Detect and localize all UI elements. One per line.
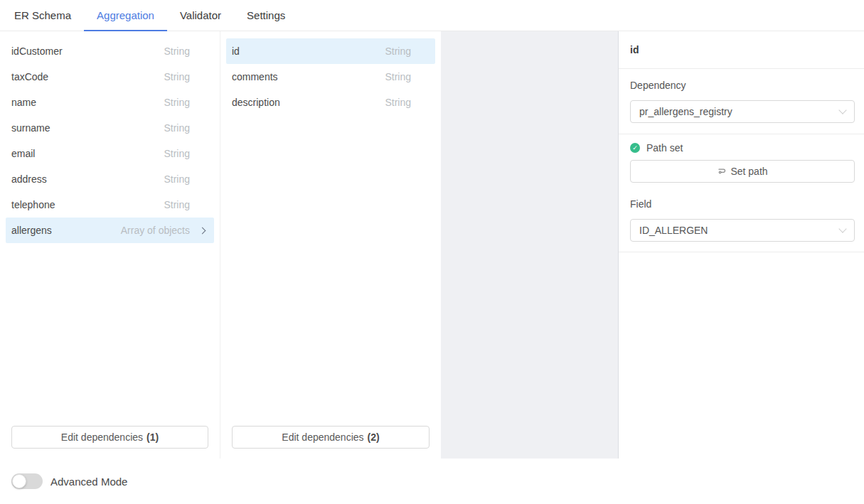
dependency-select[interactable]: pr_allergens_registry: [630, 100, 855, 123]
dependency-section: Dependency pr_allergens_registry: [619, 69, 864, 134]
toggle-knob: [12, 474, 26, 488]
tab-settings[interactable]: Settings: [234, 0, 298, 31]
chevron-slot: [190, 177, 214, 182]
field-meta: String: [385, 45, 435, 57]
nested-fields-panel: id String comments String description St…: [220, 31, 441, 459]
field-row[interactable]: name String: [6, 90, 214, 115]
edit-dependencies-1-button[interactable]: Edit dependencies (1): [11, 426, 208, 449]
field-select-value: ID_ALLERGEN: [639, 225, 708, 236]
field-name: allergens: [11, 225, 52, 236]
edit-dependencies-count: (2): [368, 431, 380, 443]
path-status: ✓ Path set: [630, 140, 855, 156]
field-name: name: [11, 97, 36, 108]
field-row[interactable]: description String: [226, 90, 435, 115]
field-meta: String: [164, 199, 214, 210]
field-type: String: [164, 173, 190, 185]
chevron-slot: [190, 75, 214, 80]
chevron-slot: [411, 100, 435, 105]
edit-dependencies-label: Edit dependencies: [282, 431, 363, 443]
chevron-slot: [190, 203, 214, 208]
field-row[interactable]: surname String: [6, 115, 214, 141]
source-fields-panel: idCustomer String taxCode String name St…: [0, 31, 220, 459]
chevron-down-icon: [838, 106, 846, 114]
tab-bar: ER Schema Aggregation Validator Settings: [0, 0, 864, 31]
field-row[interactable]: idCustomer String: [6, 38, 214, 64]
chevron-slot: [190, 126, 214, 131]
tab-aggregation[interactable]: Aggregation: [84, 0, 167, 31]
field-name: id: [232, 45, 240, 57]
field-type: String: [385, 45, 411, 57]
field-type: Array of objects: [121, 225, 190, 236]
field-type: String: [164, 45, 190, 57]
field-meta: String: [385, 97, 435, 108]
set-path-label: Set path: [730, 166, 767, 177]
field-row[interactable]: address String: [6, 166, 214, 192]
field-name: description: [232, 97, 280, 108]
source-fields-list: idCustomer String taxCode String name St…: [0, 31, 220, 426]
field-name: taxCode: [11, 71, 48, 82]
field-meta: String: [164, 122, 214, 134]
field-meta: String: [385, 71, 435, 82]
route-path-icon: [717, 167, 727, 176]
advanced-mode-label: Advanced Mode: [50, 476, 127, 488]
field-name: surname: [11, 122, 50, 134]
field-row[interactable]: allergens Array of objects: [6, 218, 214, 243]
field-row[interactable]: comments String: [226, 64, 435, 90]
field-select[interactable]: ID_ALLERGEN: [630, 219, 855, 242]
nested-panel-footer: Edit dependencies (2): [220, 426, 441, 459]
chevron-slot: [190, 151, 214, 156]
tab-er-schema[interactable]: ER Schema: [1, 0, 84, 31]
field-meta: String: [164, 148, 214, 159]
chevron-slot: [190, 228, 214, 233]
field-meta: String: [164, 97, 214, 108]
aggregation-app: ER Schema Aggregation Validator Settings…: [0, 0, 864, 504]
field-type: String: [385, 97, 411, 108]
advanced-mode-toggle[interactable]: [11, 473, 43, 489]
page-footer: Advanced Mode: [0, 459, 864, 504]
field-meta: Array of objects: [121, 225, 214, 236]
field-name: address: [11, 173, 47, 185]
check-circle-icon: ✓: [630, 143, 640, 153]
source-panel-footer: Edit dependencies (1): [0, 426, 220, 459]
field-type: String: [164, 148, 190, 159]
set-path-button[interactable]: Set path: [630, 160, 855, 183]
field-row[interactable]: id String: [226, 38, 435, 64]
field-meta: String: [164, 45, 214, 57]
field-name: email: [11, 148, 35, 159]
field-meta: String: [164, 71, 214, 82]
chevron-slot: [190, 100, 214, 105]
chevron-slot: [411, 49, 435, 54]
chevron-slot: [411, 75, 435, 80]
field-type: String: [164, 199, 190, 210]
empty-panel: [441, 31, 619, 459]
field-type: String: [164, 122, 190, 134]
path-status-label: Path set: [646, 142, 683, 154]
field-name: idCustomer: [11, 45, 63, 57]
dependency-select-value: pr_allergens_registry: [639, 106, 732, 117]
field-row[interactable]: telephone String: [6, 192, 214, 218]
inspector-title: id: [619, 31, 864, 69]
tab-validator[interactable]: Validator: [167, 0, 234, 31]
path-field-section: ✓ Path set Set path Field ID_ALLERGEN: [619, 134, 864, 252]
chevron-down-icon: [838, 225, 846, 232]
field-type: String: [164, 71, 190, 82]
nested-fields-list: id String comments String description St…: [220, 31, 441, 426]
dependency-label: Dependency: [630, 78, 855, 93]
field-type: String: [385, 71, 411, 82]
field-label: Field: [630, 197, 855, 212]
field-name: telephone: [11, 199, 55, 210]
edit-dependencies-2-button[interactable]: Edit dependencies (2): [232, 426, 430, 449]
edit-dependencies-count: (1): [146, 431, 159, 443]
field-type: String: [164, 97, 190, 108]
inspector-panel: id Dependency pr_allergens_registry ✓ Pa…: [619, 31, 864, 459]
field-row[interactable]: email String: [6, 141, 214, 166]
chevron-right-icon: [198, 227, 206, 234]
chevron-slot: [190, 49, 214, 54]
field-name: comments: [232, 71, 278, 82]
field-meta: String: [164, 173, 214, 185]
field-row[interactable]: taxCode String: [6, 64, 214, 90]
main-content: idCustomer String taxCode String name St…: [0, 31, 864, 459]
edit-dependencies-label: Edit dependencies: [61, 431, 143, 443]
